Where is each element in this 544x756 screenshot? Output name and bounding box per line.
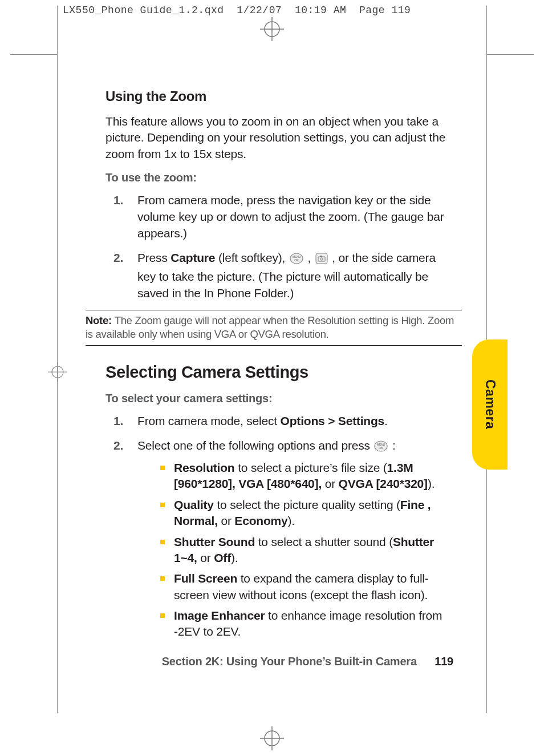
note-label: Note: <box>86 314 115 326</box>
zoom-steps: 1. From camera mode, press the navigatio… <box>113 192 453 302</box>
zoom-step-1: 1. From camera mode, press the navigatio… <box>113 192 453 242</box>
page-content: Using the Zoom This feature allows you t… <box>105 88 453 648</box>
svg-rect-15 <box>320 256 322 257</box>
zoom-step-2: 2. Press Capture (left softkey), MENUOK … <box>113 250 453 302</box>
zoom-heading: Using the Zoom <box>105 88 453 104</box>
quality-label: Quality <box>174 498 214 511</box>
zoom-intro: This feature allows you to zoom in on an… <box>105 114 453 162</box>
page-number: 119 <box>435 655 453 668</box>
full-screen-label: Full Screen <box>174 572 237 585</box>
option-resolution: Resolution to select a picture’s file si… <box>160 460 453 492</box>
zoom-step-2-c: , <box>305 251 314 264</box>
settings-heading: Selecting Camera Settings <box>105 363 453 382</box>
registration-mark-bottom-icon <box>260 726 284 750</box>
option-quality: Quality to select the picture quality se… <box>160 497 453 529</box>
svg-text:OK: OK <box>379 446 384 450</box>
settings-step-1: 1. From camera mode, select Options > Se… <box>113 413 453 430</box>
svg-text:OK: OK <box>294 258 299 262</box>
zoom-step-2-a: Press <box>137 251 170 264</box>
settings-steps: 1. From camera mode, select Options > Se… <box>113 413 453 640</box>
svg-rect-12 <box>316 253 327 264</box>
settings-step-1-b: . <box>384 414 388 427</box>
note-text: The Zoom gauge will not appear when the … <box>86 314 454 340</box>
step-number: 2. <box>113 250 123 266</box>
settings-step-2-a: Select one of the following options and … <box>137 439 373 452</box>
step-number: 1. <box>113 413 123 430</box>
section-tab: Camera <box>472 339 508 470</box>
zoom-note: Note: The Zoom gauge will not appear whe… <box>86 310 462 346</box>
zoom-step-1-text: From camera mode, press the navigation k… <box>137 193 444 240</box>
settings-options-list: Resolution to select a picture’s file si… <box>160 460 453 640</box>
option-image-enhancer: Image Enhancer to enhance image resoluti… <box>160 608 453 640</box>
camera-key-icon <box>315 252 328 269</box>
shutter-sound-label: Shutter Sound <box>174 535 255 548</box>
zoom-leadin: To use the zoom: <box>105 171 453 184</box>
image-enhancer-label: Image Enhancer <box>174 609 265 622</box>
step-number: 2. <box>113 438 123 454</box>
page-footer: Section 2K: Using Your Phone’s Built-in … <box>105 655 453 668</box>
section-tab-label: Camera <box>482 379 498 429</box>
settings-step-2-b: : <box>389 439 395 452</box>
settings-step-1-a: From camera mode, select <box>137 414 281 427</box>
zoom-step-2-b: (left softkey), <box>215 251 288 264</box>
registration-mark-top-icon <box>260 17 284 41</box>
settings-leadin: To select your camera settings: <box>105 392 453 405</box>
resolution-label: Resolution <box>174 461 235 474</box>
footer-section: Section 2K: Using Your Phone’s Built-in … <box>162 655 417 668</box>
options-settings-label: Options > Settings <box>281 414 385 427</box>
settings-step-2: 2. Select one of the following options a… <box>113 438 453 640</box>
registration-mark-left-icon <box>48 362 67 384</box>
capture-label: Capture <box>170 251 215 264</box>
menu-ok-key-icon: MENUOK <box>374 440 388 456</box>
menu-ok-key-icon: MENUOK <box>290 252 303 269</box>
step-number: 1. <box>113 192 123 209</box>
option-shutter-sound: Shutter Sound to select a shutter sound … <box>160 534 453 567</box>
option-full-screen: Full Screen to expand the camera display… <box>160 571 453 603</box>
